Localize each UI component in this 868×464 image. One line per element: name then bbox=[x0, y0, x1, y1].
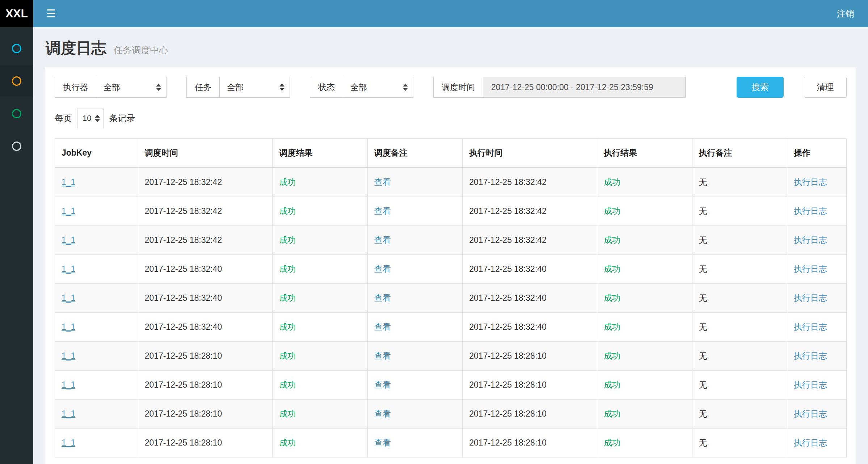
sidebar-item-1[interactable] bbox=[0, 32, 33, 65]
table-row: 1_12017-12-25 18:28:10成功查看2017-12-25 18:… bbox=[55, 429, 847, 457]
trigger-time: 2017-12-25 18:28:10 bbox=[145, 438, 222, 447]
handle-msg: 无 bbox=[699, 438, 707, 447]
job-key-link[interactable]: 1_1 bbox=[62, 351, 75, 360]
exec-log-link[interactable]: 执行日志 bbox=[794, 438, 827, 447]
topbar: XXL ☰ 注销 bbox=[0, 0, 868, 27]
handle-result: 成功 bbox=[604, 409, 620, 418]
handle-result: 成功 bbox=[604, 438, 620, 447]
trigger-msg-link[interactable]: 查看 bbox=[374, 206, 391, 216]
handle-time: 2017-12-25 18:32:42 bbox=[469, 206, 547, 216]
handle-msg: 无 bbox=[699, 322, 707, 332]
table-row: 1_12017-12-25 18:32:42成功查看2017-12-25 18:… bbox=[55, 197, 847, 226]
handle-time: 2017-12-25 18:28:10 bbox=[469, 380, 547, 389]
status-select-value: 全部 bbox=[350, 82, 367, 93]
trigger-msg-link[interactable]: 查看 bbox=[374, 235, 391, 245]
job-key-link[interactable]: 1_1 bbox=[62, 438, 75, 447]
circle-icon bbox=[12, 76, 21, 86]
filter-row: 执行器 全部 任务 全部 状态 全部 bbox=[55, 77, 847, 98]
handle-msg: 无 bbox=[699, 206, 707, 216]
logout-link[interactable]: 注销 bbox=[823, 8, 868, 20]
time-range-input[interactable]: 2017-12-25 00:00:00 - 2017-12-25 23:59:5… bbox=[483, 77, 686, 98]
handle-time: 2017-12-25 18:28:10 bbox=[469, 438, 547, 447]
table-row: 1_12017-12-25 18:32:40成功查看2017-12-25 18:… bbox=[55, 313, 847, 342]
job-key-link[interactable]: 1_1 bbox=[62, 409, 75, 418]
table-row: 1_12017-12-25 18:32:42成功查看2017-12-25 18:… bbox=[55, 168, 847, 197]
trigger-result: 成功 bbox=[279, 177, 296, 187]
job-key-link[interactable]: 1_1 bbox=[62, 293, 75, 303]
sidebar-item-4[interactable] bbox=[0, 130, 33, 163]
trigger-result: 成功 bbox=[279, 351, 296, 360]
job-key-link[interactable]: 1_1 bbox=[62, 235, 75, 245]
table-row: 1_12017-12-25 18:28:10成功查看2017-12-25 18:… bbox=[55, 400, 847, 429]
trigger-msg-link[interactable]: 查看 bbox=[374, 264, 391, 274]
trigger-result: 成功 bbox=[279, 322, 296, 332]
executor-filter: 执行器 全部 bbox=[55, 77, 167, 98]
trigger-msg-link[interactable]: 查看 bbox=[374, 351, 391, 360]
select-arrows-icon bbox=[279, 84, 285, 91]
exec-log-link[interactable]: 执行日志 bbox=[794, 380, 827, 389]
handle-msg: 无 bbox=[699, 380, 707, 389]
exec-log-link[interactable]: 执行日志 bbox=[794, 293, 827, 303]
exec-log-link[interactable]: 执行日志 bbox=[794, 235, 827, 245]
table-row: 1_12017-12-25 18:32:40成功查看2017-12-25 18:… bbox=[55, 284, 847, 313]
status-filter: 状态 全部 bbox=[310, 77, 413, 98]
trigger-result: 成功 bbox=[279, 438, 296, 447]
status-filter-label: 状态 bbox=[310, 77, 343, 98]
handle-result: 成功 bbox=[604, 206, 620, 216]
trigger-msg-link[interactable]: 查看 bbox=[374, 177, 391, 187]
page-title: 调度日志 bbox=[46, 39, 106, 56]
handle-msg: 无 bbox=[699, 235, 707, 245]
job-key-link[interactable]: 1_1 bbox=[62, 322, 75, 332]
sidebar-item-2[interactable] bbox=[0, 65, 33, 97]
trigger-result: 成功 bbox=[279, 264, 296, 274]
column-header: 调度时间 bbox=[138, 139, 273, 168]
log-table-head-row: JobKey调度时间调度结果调度备注执行时间执行结果执行备注操作 bbox=[55, 139, 847, 168]
table-row: 1_12017-12-25 18:28:10成功查看2017-12-25 18:… bbox=[55, 371, 847, 400]
trigger-msg-link[interactable]: 查看 bbox=[374, 293, 391, 303]
trigger-msg-link[interactable]: 查看 bbox=[374, 322, 391, 332]
handle-time: 2017-12-25 18:28:10 bbox=[469, 409, 547, 418]
trigger-time: 2017-12-25 18:32:40 bbox=[145, 322, 222, 332]
handle-time: 2017-12-25 18:28:10 bbox=[469, 351, 547, 360]
time-filter: 调度时间 2017-12-25 00:00:00 - 2017-12-25 23… bbox=[433, 77, 686, 98]
exec-log-link[interactable]: 执行日志 bbox=[794, 322, 827, 332]
exec-log-link[interactable]: 执行日志 bbox=[794, 409, 827, 418]
handle-result: 成功 bbox=[604, 177, 620, 187]
executor-select[interactable]: 全部 bbox=[96, 77, 167, 98]
exec-log-link[interactable]: 执行日志 bbox=[794, 351, 827, 360]
trigger-time: 2017-12-25 18:32:40 bbox=[145, 293, 222, 303]
handle-result: 成功 bbox=[604, 264, 620, 274]
exec-log-link[interactable]: 执行日志 bbox=[794, 206, 827, 216]
content: 调度日志 任务调度中心 执行器 全部 任务 全部 bbox=[33, 27, 868, 464]
trigger-msg-link[interactable]: 查看 bbox=[374, 438, 391, 447]
log-table-body: 1_12017-12-25 18:32:42成功查看2017-12-25 18:… bbox=[55, 168, 847, 457]
status-select[interactable]: 全部 bbox=[343, 77, 413, 98]
handle-result: 成功 bbox=[604, 293, 620, 303]
search-button[interactable]: 搜索 bbox=[737, 77, 784, 98]
handle-result: 成功 bbox=[604, 380, 620, 389]
column-header: 执行结果 bbox=[597, 139, 692, 168]
handle-result: 成功 bbox=[604, 235, 620, 245]
exec-log-link[interactable]: 执行日志 bbox=[794, 177, 827, 187]
handle-time: 2017-12-25 18:32:40 bbox=[469, 293, 547, 303]
handle-result: 成功 bbox=[604, 322, 620, 332]
trigger-msg-link[interactable]: 查看 bbox=[374, 380, 391, 389]
column-header: JobKey bbox=[55, 139, 138, 168]
executor-filter-label: 执行器 bbox=[55, 77, 96, 98]
circle-icon bbox=[12, 44, 21, 53]
job-select[interactable]: 全部 bbox=[219, 77, 290, 98]
job-key-link[interactable]: 1_1 bbox=[62, 177, 75, 187]
sidebar-item-3[interactable] bbox=[0, 97, 33, 130]
hamburger-menu-icon[interactable]: ☰ bbox=[33, 0, 69, 27]
job-key-link[interactable]: 1_1 bbox=[62, 380, 75, 389]
job-key-link[interactable]: 1_1 bbox=[62, 264, 75, 274]
table-row: 1_12017-12-25 18:32:42成功查看2017-12-25 18:… bbox=[55, 226, 847, 255]
trigger-msg-link[interactable]: 查看 bbox=[374, 409, 391, 418]
exec-log-link[interactable]: 执行日志 bbox=[794, 264, 827, 274]
column-header: 执行时间 bbox=[463, 139, 597, 168]
page-size-select[interactable]: 10 bbox=[77, 109, 104, 128]
time-filter-label: 调度时间 bbox=[433, 77, 483, 98]
job-key-link[interactable]: 1_1 bbox=[62, 206, 75, 216]
page-size-row: 每页 10 条记录 bbox=[55, 109, 847, 128]
clear-button[interactable]: 清理 bbox=[804, 77, 847, 98]
